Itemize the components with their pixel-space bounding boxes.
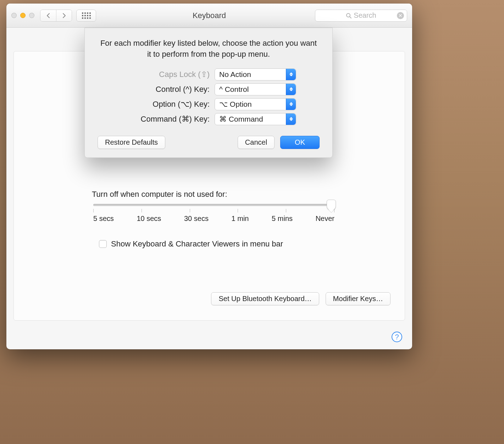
capslock-popup[interactable]: No Action <box>215 68 296 81</box>
slider-labels: 5 secs 10 secs 30 secs 1 min 5 mins Neve… <box>93 215 334 223</box>
slider-label: Never <box>316 215 334 223</box>
help-button[interactable]: ? <box>392 332 402 342</box>
show-viewers-checkbox-row: Show Keyboard & Character Viewers in men… <box>99 239 283 249</box>
command-label: Command (⌘) Key: <box>121 115 210 124</box>
command-row: Command (⌘) Key: ⌘ Command <box>98 113 320 125</box>
option-row: Option (⌥) Key: ⌥ Option <box>98 98 320 110</box>
search-placeholder: Search <box>354 11 376 20</box>
control-label: Control (^) Key: <box>121 85 210 94</box>
backlight-off-slider[interactable]: 5 secs 10 secs 30 secs 1 min 5 mins Neve… <box>93 204 334 223</box>
setup-bluetooth-button[interactable]: Set Up Bluetooth Keyboard… <box>211 292 319 305</box>
search-icon <box>346 13 351 18</box>
control-row: Control (^) Key: ^ Control <box>98 83 320 95</box>
clear-search-icon[interactable]: ✕ <box>397 12 404 19</box>
titlebar: Keyboard Search ✕ <box>6 4 412 28</box>
capslock-label: Caps Lock (⇪) <box>121 70 210 79</box>
bottom-buttons: Set Up Bluetooth Keyboard… Modifier Keys… <box>211 292 391 305</box>
slider-track <box>93 204 334 206</box>
ok-button[interactable]: OK <box>280 136 320 149</box>
minimize-button[interactable] <box>20 13 26 18</box>
nav-back-forward <box>40 10 72 22</box>
slider-label: 30 secs <box>184 215 209 223</box>
backlight-off-label: Turn off when computer is not used for: <box>92 190 227 199</box>
popup-arrows-icon <box>286 84 296 95</box>
show-viewers-checkbox[interactable] <box>99 240 107 248</box>
svg-line-1 <box>350 17 351 18</box>
command-popup[interactable]: ⌘ Command <box>215 113 296 125</box>
modifier-keys-sheet: For each modifier key listed below, choo… <box>84 28 333 158</box>
slider-ticks <box>93 209 334 212</box>
slider-label: 5 mins <box>272 215 293 223</box>
grid-icon <box>82 12 91 19</box>
popup-arrows-icon <box>286 99 296 110</box>
restore-defaults-button[interactable]: Restore Defaults <box>98 136 165 149</box>
capslock-row: Caps Lock (⇪) No Action <box>98 68 320 81</box>
option-label: Option (⌥) Key: <box>121 100 210 109</box>
search-field[interactable]: Search ✕ <box>315 10 407 22</box>
show-viewers-label: Show Keyboard & Character Viewers in men… <box>111 239 283 249</box>
slider-label: 10 secs <box>137 215 161 223</box>
back-button[interactable] <box>40 10 56 21</box>
slider-thumb[interactable] <box>327 200 336 210</box>
control-popup[interactable]: ^ Control <box>215 83 296 95</box>
slider-label: 1 min <box>232 215 249 223</box>
close-button[interactable] <box>11 13 17 18</box>
sheet-buttons: Restore Defaults Cancel OK <box>98 136 320 149</box>
forward-button[interactable] <box>56 10 72 21</box>
traffic-lights <box>11 13 34 18</box>
modifier-keys-button[interactable]: Modifier Keys… <box>326 292 391 305</box>
cancel-button[interactable]: Cancel <box>238 136 275 149</box>
option-popup[interactable]: ⌥ Option <box>215 98 296 110</box>
slider-label: 5 secs <box>93 215 114 223</box>
zoom-button[interactable] <box>29 13 34 18</box>
popup-arrows-icon <box>286 113 296 125</box>
sheet-intro: For each modifier key listed below, choo… <box>98 38 320 60</box>
show-all-button[interactable] <box>76 10 96 22</box>
popup-arrows-icon <box>286 69 296 80</box>
prefs-window: Keyboard Search ✕ Turn off when computer… <box>6 4 412 349</box>
